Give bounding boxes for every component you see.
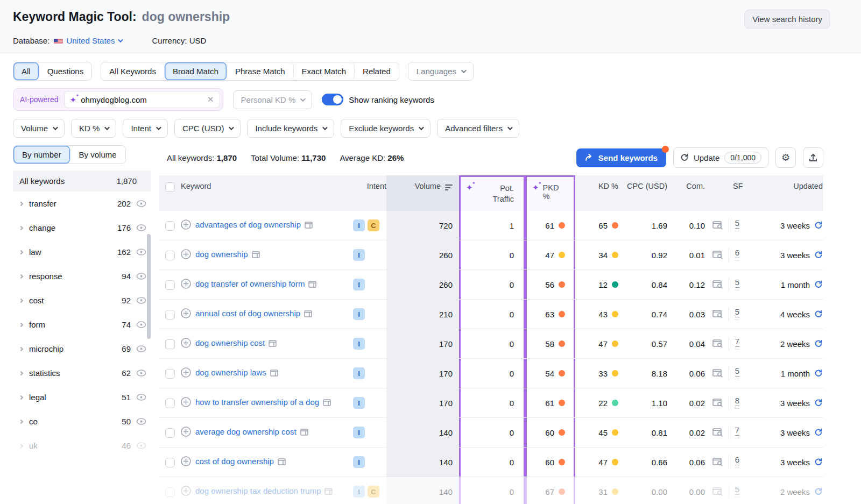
row-checkbox[interactable] [165,339,175,349]
col-updated[interactable]: Updated [793,182,823,190]
keyword-group-item[interactable]: response 94 [13,264,151,288]
serp-features-icon[interactable] [712,221,723,230]
add-to-list-icon[interactable] [181,308,191,318]
keyword-group-item[interactable]: legal 51 [13,385,151,409]
keyword-link[interactable]: annual cost of dog ownership [195,309,300,318]
filter-cpc[interactable]: CPC (USD) [174,119,241,138]
eye-icon[interactable] [136,321,146,328]
add-to-list-icon[interactable] [181,219,191,230]
tab-broad-match[interactable]: Broad Match [165,62,227,80]
tab-by-volume[interactable]: By volume [70,146,125,164]
row-checkbox[interactable] [165,428,175,438]
serp-features-icon[interactable] [712,399,723,407]
personal-kd-dropdown[interactable]: Personal KD % [233,90,313,109]
sf-count[interactable]: 5⋯ [735,485,740,499]
row-checkbox[interactable] [165,221,175,231]
add-to-list-icon[interactable] [181,249,191,259]
keyword-group-item[interactable]: law 162 [13,240,151,264]
tab-related[interactable]: Related [355,62,399,80]
filter-intent[interactable]: Intent [123,119,168,138]
keyword-group-item[interactable]: statistics 62 [13,361,151,385]
add-to-list-icon[interactable] [181,279,191,289]
tab-questions[interactable]: Questions [39,62,92,80]
refresh-row-icon[interactable] [814,221,823,230]
refresh-row-icon[interactable] [814,399,823,407]
serp-features-icon[interactable] [712,339,723,348]
tab-by-number[interactable]: By number [13,146,70,164]
col-volume[interactable]: Volume [415,182,441,190]
serp-preview-icon[interactable] [308,281,316,288]
add-to-list-icon[interactable] [181,456,191,466]
eye-icon[interactable] [136,418,146,425]
eye-icon[interactable] [136,442,146,449]
keyword-group-item[interactable]: uk 46 [13,434,151,458]
clear-search-icon[interactable]: ✕ [207,95,214,104]
refresh-row-icon[interactable] [814,310,823,318]
sf-count[interactable]: 7⋯ [735,337,740,351]
filter-exclude-keywords[interactable]: Exclude keywords [341,119,430,138]
keyword-link[interactable]: average dog ownership cost [195,427,297,436]
export-button[interactable] [803,147,823,168]
keyword-link[interactable]: advantages of dog ownership [195,220,301,229]
keyword-link[interactable]: dog ownership laws [195,368,266,377]
keyword-group-item[interactable]: cost 92 [13,288,151,313]
add-to-list-icon[interactable] [181,486,191,496]
serp-features-icon[interactable] [712,458,723,466]
serp-preview-icon[interactable] [304,310,312,317]
keyword-search-box[interactable]: ✦ ✕ [64,91,220,108]
row-checkbox[interactable] [165,310,175,320]
col-kd[interactable]: KD % [598,182,618,190]
keyword-link[interactable]: dog ownership [195,250,248,259]
refresh-row-icon[interactable] [814,487,823,496]
filter-advanced[interactable]: Advanced filters [437,119,519,138]
eye-icon[interactable] [136,394,146,401]
add-to-list-icon[interactable] [181,367,191,378]
keyword-link[interactable]: dog ownership cost [195,338,265,347]
keyword-link[interactable]: dog transfer of ownership form [195,279,305,288]
sf-count[interactable]: 8⋯ [735,396,740,410]
row-checkbox[interactable] [165,369,175,379]
select-all-checkbox[interactable] [165,182,175,192]
serp-preview-icon[interactable] [252,251,260,258]
sf-count[interactable]: 5⋯ [735,278,740,292]
all-keywords-row[interactable]: All keywords 1,870 [13,171,151,191]
eye-icon[interactable] [136,297,146,304]
sf-count[interactable]: 5⋯ [735,218,740,232]
database-select[interactable]: United States [54,36,122,45]
refresh-row-icon[interactable] [814,339,823,348]
row-checkbox[interactable] [165,251,175,260]
filter-kd[interactable]: KD % [71,119,116,138]
sf-count[interactable]: 6⋯ [735,455,740,469]
keyword-group-item[interactable]: change 176 [13,216,151,240]
row-checkbox[interactable] [165,399,175,408]
serp-features-icon[interactable] [712,280,723,289]
refresh-row-icon[interactable] [814,251,823,259]
add-to-list-icon[interactable] [181,427,191,437]
settings-button[interactable]: ⚙ [775,147,796,168]
col-sf[interactable]: SF [733,182,743,190]
sf-count[interactable]: 5⋯ [735,307,740,321]
eye-icon[interactable] [136,370,146,377]
keyword-group-item[interactable]: microchip 69 [13,337,151,361]
add-to-list-icon[interactable] [181,338,191,348]
sort-descending-icon[interactable] [445,184,453,190]
serp-features-icon[interactable] [712,487,723,496]
send-keywords-button[interactable]: Send keywords [576,148,666,167]
tab-all[interactable]: All [13,62,39,80]
serp-preview-icon[interactable] [324,488,333,495]
keyword-link[interactable]: dog ownership tax deduction trump [195,486,321,495]
keyword-search-input[interactable] [81,95,203,104]
serp-preview-icon[interactable] [300,429,308,436]
row-checkbox[interactable] [165,458,175,467]
refresh-row-icon[interactable] [814,369,823,378]
row-checkbox[interactable] [165,487,175,497]
refresh-row-icon[interactable] [814,428,823,437]
col-pot-traffic[interactable]: Pot. Traffic [486,183,514,204]
row-checkbox[interactable] [165,280,175,290]
sf-count[interactable]: 6⋯ [735,248,740,262]
tab-exact-match[interactable]: Exact Match [294,62,355,80]
eye-icon[interactable] [136,345,146,352]
add-to-list-icon[interactable] [181,397,191,407]
keyword-group-item[interactable]: transfer 202 [13,191,151,216]
col-com[interactable]: Com. [686,182,705,190]
